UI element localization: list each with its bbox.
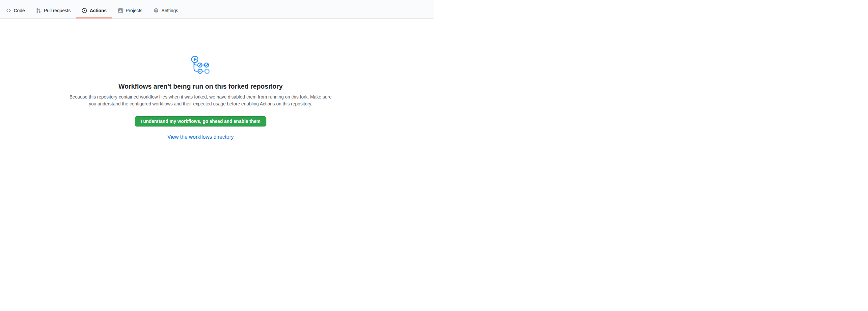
tab-label: Pull requests	[44, 8, 70, 13]
git-pull-request-icon	[36, 8, 41, 13]
tab-code[interactable]: Code	[0, 0, 30, 19]
tab-pull-requests[interactable]: Pull requests	[30, 0, 76, 19]
blankslate-heading: Workflows aren’t being run on this forke…	[0, 82, 401, 91]
tab-label: Code	[14, 8, 25, 13]
tab-label: Projects	[126, 8, 143, 13]
code-icon	[6, 8, 11, 13]
view-workflows-directory-link[interactable]: View the workflows directory	[167, 134, 234, 140]
tab-label: Settings	[161, 8, 178, 13]
tab-settings[interactable]: Settings	[148, 0, 184, 19]
actions-blankslate: Workflows aren’t being run on this forke…	[0, 19, 434, 141]
blankslate-description: Because this repository contained workfl…	[69, 94, 332, 107]
enable-workflows-button[interactable]: I understand my workflows, go ahead and …	[135, 116, 267, 126]
tab-actions[interactable]: Actions	[76, 0, 112, 19]
gear-icon	[153, 8, 159, 13]
play-circle-icon	[82, 8, 87, 13]
workflow-graph-icon	[191, 55, 210, 74]
project-board-icon	[118, 8, 123, 13]
repo-nav: Code Pull requests Actions Projects Sett…	[0, 0, 434, 19]
tab-projects[interactable]: Projects	[112, 0, 148, 19]
tab-label: Actions	[90, 8, 106, 13]
